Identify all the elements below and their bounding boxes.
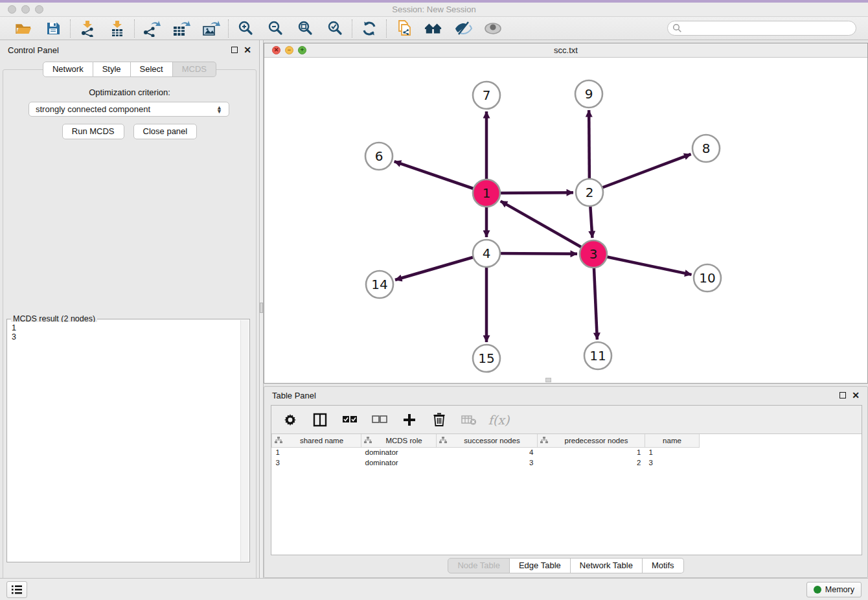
graph-node-7[interactable]: 7: [473, 82, 500, 109]
zoom-in-icon[interactable]: [236, 19, 255, 38]
open-session-icon[interactable]: [14, 19, 32, 38]
deselect-all-rows-icon[interactable]: [371, 411, 388, 428]
export-network-icon[interactable]: [143, 19, 161, 38]
mcds-result-text[interactable]: 1 3: [8, 322, 240, 561]
mcds-result-scrollbar[interactable]: [240, 320, 249, 561]
delete-column-icon[interactable]: [431, 411, 448, 428]
table-cell[interactable]: 1: [538, 447, 645, 457]
memory-label: Memory: [825, 585, 854, 594]
network-zoom-button[interactable]: +: [298, 46, 306, 54]
select-all-rows-icon[interactable]: [341, 411, 358, 428]
column-header-shared-name[interactable]: shared name: [272, 434, 361, 447]
table-cell[interactable]: 1: [645, 447, 700, 457]
control-panel-title: Control Panel: [8, 45, 59, 55]
column-header-successor-nodes[interactable]: successor nodes: [437, 434, 538, 447]
table-cell[interactable]: 2: [538, 457, 645, 468]
svg-text:9: 9: [585, 86, 593, 102]
home-views-icon[interactable]: [424, 19, 442, 38]
edge-1-6[interactable]: [394, 161, 486, 193]
control-panel: Control Panel ✕ NetworkStyleSelectMCDS O…: [0, 40, 259, 578]
copy-style-icon[interactable]: [394, 19, 413, 38]
graph-node-10[interactable]: 10: [694, 264, 721, 292]
graph-node-8[interactable]: 8: [692, 135, 720, 162]
tab-network-table[interactable]: Network Table: [571, 558, 643, 573]
close-window-button[interactable]: [8, 5, 16, 14]
tab-motifs[interactable]: Motifs: [643, 558, 684, 573]
splitter-grip[interactable]: [260, 303, 263, 313]
column-header-predecessor-nodes[interactable]: predecessor nodes: [538, 434, 645, 447]
tab-select[interactable]: Select: [131, 62, 173, 77]
tab-edge-table[interactable]: Edge Table: [510, 558, 571, 573]
table-row[interactable]: 1dominator411: [272, 447, 700, 457]
search-icon: [672, 23, 682, 33]
graph-node-3[interactable]: 3: [580, 240, 607, 268]
graph-node-14[interactable]: 14: [366, 271, 393, 298]
search-input[interactable]: [667, 21, 856, 36]
zoom-window-button[interactable]: [35, 5, 43, 14]
table-cell[interactable]: dominator: [361, 457, 437, 468]
tab-node-table[interactable]: Node Table: [448, 558, 510, 573]
table-settings-gear-icon[interactable]: [282, 411, 299, 428]
graph-node-11[interactable]: 11: [584, 342, 611, 369]
close-panel-icon[interactable]: ✕: [244, 47, 251, 53]
svg-text:15: 15: [478, 351, 494, 366]
add-column-icon[interactable]: [401, 411, 418, 428]
export-image-icon[interactable]: [202, 19, 220, 38]
float-panel-icon[interactable]: [231, 47, 238, 53]
graph-node-9[interactable]: 9: [575, 80, 602, 108]
panel-splitter[interactable]: [259, 40, 264, 578]
table-cell[interactable]: 3: [437, 457, 538, 468]
close-panel-button[interactable]: Close panel: [133, 124, 198, 139]
hide-unhide-icon[interactable]: [454, 19, 472, 38]
table-cell[interactable]: 1: [272, 447, 361, 457]
export-table-icon[interactable]: [172, 19, 190, 38]
task-history-button[interactable]: [6, 581, 27, 598]
network-close-button[interactable]: ✕: [272, 46, 280, 54]
delete-table-icon[interactable]: [461, 411, 477, 428]
tab-mcds[interactable]: MCDS: [173, 62, 216, 77]
table-cell[interactable]: 4: [437, 447, 538, 457]
close-table-panel-icon[interactable]: ✕: [852, 392, 860, 398]
table-cell[interactable]: 3: [645, 457, 700, 468]
edge-3-10[interactable]: [593, 254, 692, 275]
zoom-fit-icon[interactable]: [296, 19, 314, 38]
table-row[interactable]: 3dominator323: [272, 457, 700, 468]
graph-node-2[interactable]: 2: [576, 179, 603, 206]
column-header-name[interactable]: name: [645, 434, 700, 447]
edge-2-8[interactable]: [589, 154, 691, 192]
column-header-MCDS-role[interactable]: MCDS role: [361, 434, 437, 447]
network-window-titlebar[interactable]: ✕ − + scc.txt: [264, 43, 867, 58]
graph-node-1[interactable]: 1: [473, 179, 500, 207]
svg-text:2: 2: [586, 185, 594, 200]
refresh-icon[interactable]: [360, 19, 378, 38]
svg-text:14: 14: [371, 277, 387, 292]
save-session-icon[interactable]: [44, 19, 62, 38]
tab-network[interactable]: Network: [43, 62, 93, 77]
import-network-icon[interactable]: [78, 19, 97, 38]
minimize-window-button[interactable]: [21, 5, 30, 14]
graph-node-6[interactable]: 6: [365, 143, 393, 170]
zoom-out-icon[interactable]: [266, 19, 284, 38]
column-type-icon: [439, 437, 447, 444]
edge-3-1[interactable]: [501, 201, 593, 254]
column-type-icon: [364, 437, 372, 444]
graph-node-15[interactable]: 15: [473, 345, 500, 372]
zoom-selected-icon[interactable]: [326, 19, 344, 38]
tab-style[interactable]: Style: [93, 62, 131, 77]
optimization-criterion-select[interactable]: strongly connected component ▲▼: [29, 102, 229, 117]
import-table-icon[interactable]: [108, 19, 126, 38]
memory-status-icon: [814, 586, 821, 594]
function-builder-icon[interactable]: f(x): [490, 411, 507, 428]
table-cell[interactable]: dominator: [361, 447, 437, 457]
window-controls[interactable]: [8, 5, 43, 14]
show-hidden-icon[interactable]: [484, 19, 502, 38]
network-minimize-button[interactable]: −: [285, 46, 293, 54]
float-table-panel-icon[interactable]: [839, 392, 846, 398]
table-cell[interactable]: 3: [272, 457, 361, 468]
graph-node-4[interactable]: 4: [473, 240, 500, 267]
memory-button[interactable]: Memory: [806, 582, 862, 597]
network-resize-thumb[interactable]: [545, 378, 551, 382]
show-columns-icon[interactable]: [312, 411, 328, 428]
network-canvas[interactable]: 1234678910111415: [264, 58, 867, 383]
run-mcds-button[interactable]: Run MCDS: [62, 124, 124, 139]
